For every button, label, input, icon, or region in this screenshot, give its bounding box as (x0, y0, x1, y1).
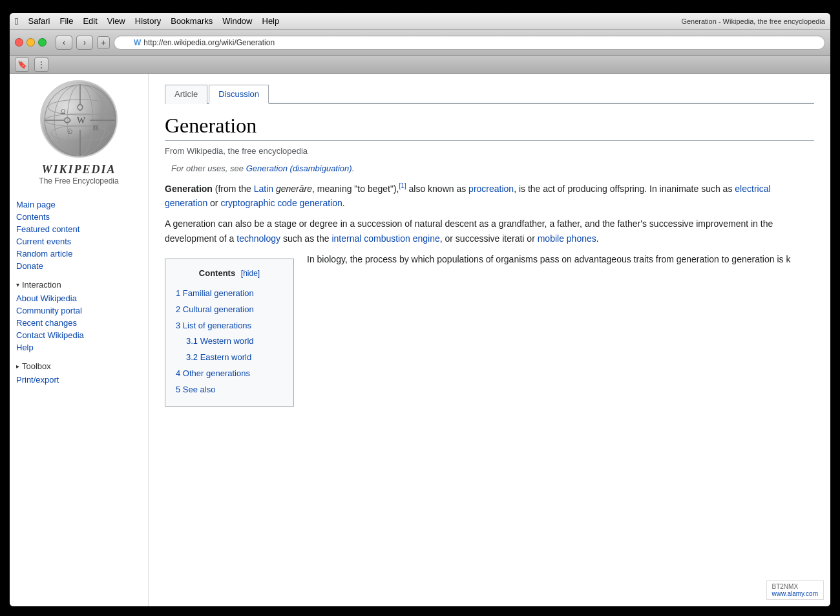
latin-link[interactable]: Latin (254, 184, 273, 194)
contents-item-3: 3 List of generations (176, 318, 283, 334)
article-tabs: Article Discussion (165, 83, 814, 104)
contents-title: Contents [hide] (176, 267, 283, 281)
sidebar-link-donate[interactable]: Donate (16, 260, 142, 272)
back-button[interactable]: ‹ (56, 36, 72, 50)
contents-link-3-1[interactable]: 3.1 Western world (186, 336, 254, 346)
contents-link-3-2[interactable]: 3.2 Eastern world (186, 352, 251, 362)
address-bar[interactable]: W http://en.wikipedia.org/wiki/Generatio… (114, 36, 825, 50)
window-title: Generation - Wikipedia, the free encyclo… (681, 17, 825, 25)
ice-link[interactable]: internal combustion engine (331, 233, 439, 244)
address-w-icon: W (134, 38, 141, 47)
toolbox-section: Toolbox Print/export (16, 361, 142, 386)
sidebar-link-contents[interactable]: Contents (16, 211, 142, 223)
svg-text:W: W (77, 116, 86, 125)
contents-link-2[interactable]: 2 Cultural generation (176, 304, 254, 314)
menu-bookmarks[interactable]: Bookmarks (171, 16, 213, 26)
menu-bar:  Safari File Edit View History Bookmark… (10, 13, 830, 30)
maximize-button[interactable] (38, 38, 47, 47)
disambiguation-link[interactable]: Generation (disambiguation) (246, 164, 352, 173)
close-button[interactable] (15, 38, 23, 47)
sidebar-link-featured[interactable]: Featured content (16, 223, 142, 235)
article-body: Generation (from the Latin generāre, mea… (165, 181, 814, 267)
wiki-logo: W Ω 限 公 Wikipedia The Free Encyclopedia (16, 80, 142, 186)
menu-file[interactable]: File (59, 16, 73, 26)
browser-toolbar2: 🔖 ⋮ (10, 56, 830, 74)
menu-edit[interactable]: Edit (83, 16, 97, 26)
forward-button[interactable]: › (76, 36, 93, 50)
sidebar-link-print[interactable]: Print/export (16, 374, 142, 386)
minimize-button[interactable] (26, 38, 35, 47)
menu-safari[interactable]: Safari (28, 16, 50, 26)
sidebar-link-help[interactable]: Help (16, 341, 142, 354)
wiki-globe: W Ω 限 公 (40, 80, 118, 158)
sidebar-link-main[interactable]: Main page (16, 198, 142, 211)
wiki-wordmark: Wikipedia (41, 163, 116, 176)
contents-item-1: 1 Familial generation (176, 286, 283, 302)
crypto-link[interactable]: cryptographic code generation (220, 198, 342, 208)
procreation-link[interactable]: procreation (468, 184, 514, 194)
contents-item-4: 4 Other generations (176, 366, 283, 382)
contents-link-1[interactable]: 1 Familial generation (176, 288, 254, 298)
interaction-heading[interactable]: Interaction (16, 280, 142, 290)
content-area: W Ω 限 公 Wikipedia The Free Encyclopedia … (10, 74, 830, 606)
contents-item-2: 2 Cultural generation (176, 302, 283, 318)
sidebar-link-community[interactable]: Community portal (16, 304, 142, 317)
tab-article[interactable]: Article (165, 85, 207, 104)
wiki-main-content: Article Discussion Generation From Wikip… (149, 74, 830, 606)
contents-item-5: 5 See also (176, 382, 283, 398)
wiki-sidebar: W Ω 限 公 Wikipedia The Free Encyclopedia … (10, 74, 149, 606)
mobile-link[interactable]: mobile phones (538, 233, 596, 244)
watermark: BT2NMXwww.alamy.com (766, 580, 824, 600)
sidebar-link-recent[interactable]: Recent changes (16, 317, 142, 329)
grid-icon[interactable]: ⋮ (34, 58, 48, 72)
tab-discussion[interactable]: Discussion (209, 85, 269, 104)
contents-item-3-1: 3.1 Western world (176, 334, 283, 350)
svg-text:限: 限 (93, 125, 99, 131)
contents-link-5[interactable]: 5 See also (176, 385, 215, 394)
wiki-tagline: The Free Encyclopedia (39, 176, 118, 186)
toolbox-heading[interactable]: Toolbox (16, 361, 142, 371)
hatnote: For other uses, see Generation (disambig… (165, 164, 814, 173)
article-subtitle: From Wikipedia, the free encyclopedia (165, 146, 814, 156)
contents-box: Contents [hide] 1 Familial generation 2 … (165, 259, 294, 406)
menu-history[interactable]: History (135, 16, 161, 26)
menu-help[interactable]: Help (262, 16, 280, 26)
menu-view[interactable]: View (107, 16, 125, 26)
sidebar-link-about[interactable]: About Wikipedia (16, 292, 142, 304)
contents-link-4[interactable]: 4 Other generations (176, 368, 250, 378)
apple-logo[interactable]:  (15, 16, 18, 27)
sidebar-link-random[interactable]: Random article (16, 248, 142, 260)
sidebar-link-current[interactable]: Current events (16, 235, 142, 248)
interaction-section: Interaction About Wikipedia Community po… (16, 280, 142, 354)
technology-link[interactable]: technology (236, 233, 280, 244)
contents-link-3[interactable]: 3 List of generations (176, 321, 251, 330)
svg-text:公: 公 (67, 128, 73, 134)
contents-hide[interactable]: [hide] (241, 269, 260, 278)
bookmarks-icon[interactable]: 🔖 (15, 58, 29, 72)
url-text: http://en.wikipedia.org/wiki/Generation (143, 38, 275, 47)
traffic-lights (15, 38, 47, 47)
sidebar-navigation: Main page Contents Featured content Curr… (16, 198, 142, 386)
svg-text:Ω: Ω (61, 108, 65, 115)
contents-list: 1 Familial generation 2 Cultural generat… (176, 286, 283, 398)
contents-item-3-2: 3.2 Eastern world (176, 350, 283, 366)
new-tab-button[interactable]: + (97, 36, 110, 49)
article-title: Generation (165, 114, 814, 141)
sidebar-link-contact[interactable]: Contact Wikipedia (16, 329, 142, 341)
menu-window[interactable]: Window (222, 16, 252, 26)
article-para-1: Generation (from the Latin generāre, mea… (165, 181, 814, 210)
browser-toolbar: ‹ › + W http://en.wikipedia.org/wiki/Gen… (10, 30, 830, 56)
article-para-2: A generation can also be a stage or degr… (165, 217, 814, 246)
